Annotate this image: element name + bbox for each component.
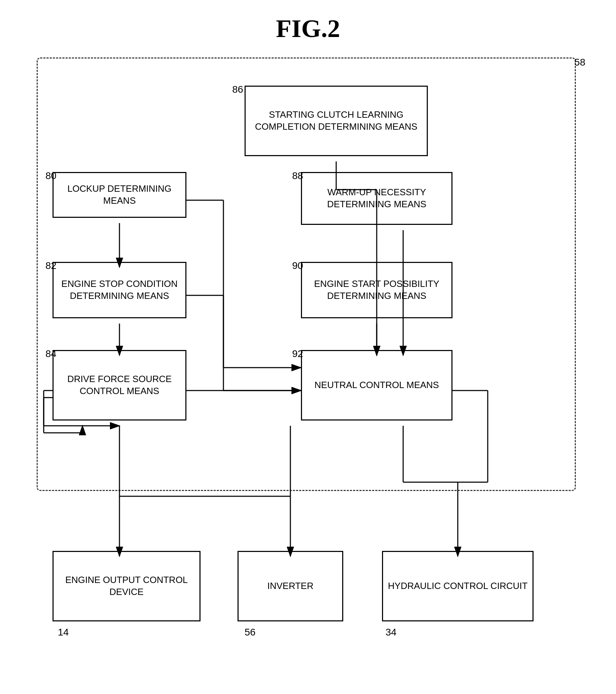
label-58: 58: [574, 57, 585, 68]
block-90: ENGINE START POSSIBILITY DETERMINING MEA…: [301, 262, 452, 318]
block-88: WARM-UP NECESSITY DETERMINING MEANS: [301, 172, 452, 225]
label-84: 84: [45, 348, 56, 360]
label-56: 56: [245, 627, 255, 638]
block-84: DRIVE FORCE SOURCE CONTROL MEANS: [53, 350, 186, 420]
block-engine-output: ENGINE OUTPUT CONTROL DEVICE: [53, 551, 201, 621]
label-14: 14: [58, 627, 69, 638]
label-88: 88: [292, 170, 303, 182]
label-80: 80: [45, 170, 56, 182]
label-86: 86: [232, 84, 243, 95]
block-inverter: INVERTER: [238, 551, 343, 621]
label-34: 34: [386, 627, 396, 638]
block-86: STARTING CLUTCH LEARNING COMPLETION DETE…: [245, 86, 428, 156]
block-82: ENGINE STOP CONDITION DETERMINING MEANS: [53, 262, 186, 318]
label-82: 82: [45, 260, 56, 271]
label-90: 90: [292, 260, 303, 271]
label-92: 92: [292, 348, 303, 360]
page-title: FIG.2: [0, 0, 616, 54]
block-92: NEUTRAL CONTROL MEANS: [301, 350, 452, 420]
block-hydraulic: HYDRAULIC CONTROL CIRCUIT: [382, 551, 534, 621]
block-80: LOCKUP DETERMINING MEANS: [53, 172, 186, 218]
